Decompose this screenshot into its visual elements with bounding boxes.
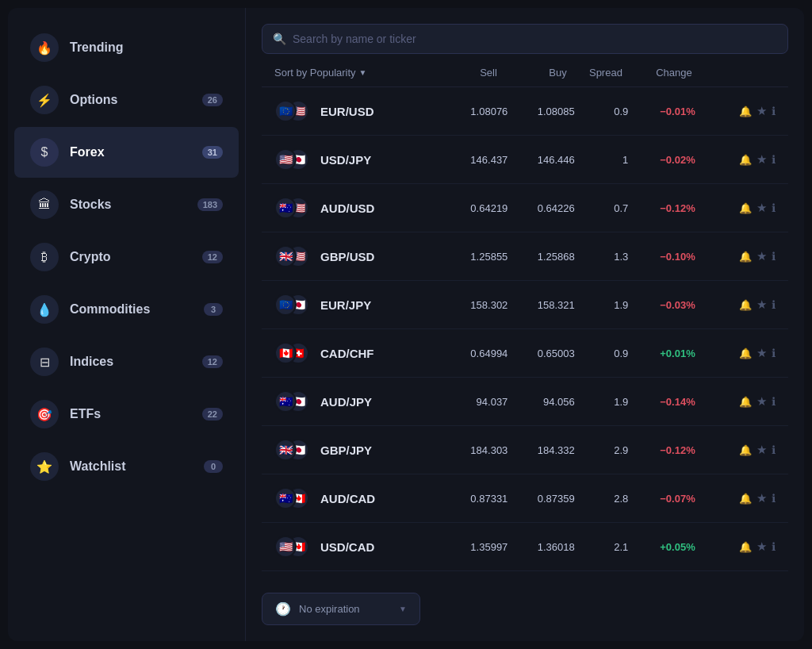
info-icon[interactable]: ℹ [772,202,776,214]
sidebar-item-stocks[interactable]: 🏛Stocks183 [14,179,239,230]
instrument-name: GBP/JPY [320,444,441,457]
sell-value: 146.437 [441,154,508,166]
sell-value: 0.64994 [441,348,508,359]
info-icon[interactable]: ℹ [772,250,776,263]
sidebar-item-forex[interactable]: $Forex31 [14,127,239,178]
alert-bell-icon[interactable]: 🔔 [739,493,752,505]
sidebar-item-watchlist[interactable]: ⭐Watchlist0 [14,441,239,492]
table-row[interactable]: 🇪🇺🇺🇸EUR/USD1.080761.080850.9−0.01%🔔★ℹ [262,87,788,136]
info-icon[interactable]: ℹ [772,298,776,311]
favorite-star-icon[interactable]: ★ [756,443,767,457]
spread-value: 1.3 [575,251,629,263]
favorite-star-icon[interactable]: ★ [756,152,767,167]
instrument-name: EUR/USD [320,105,441,118]
table-row[interactable]: 🇦🇺🇺🇸AUD/USD0.642190.642260.7−0.12%🔔★ℹ [262,184,788,232]
sidebar-item-etfs[interactable]: 🎯ETFs22 [14,389,239,440]
buy-value: 1.36018 [508,541,574,553]
alert-bell-icon[interactable]: 🔔 [739,106,752,117]
table-row[interactable]: 🇺🇸🇨🇦USD/CAD1.359971.360182.1+0.05%🔔★ℹ [262,523,788,571]
flag-left-icon: 🇪🇺 [274,100,297,122]
spread-value: 0.9 [575,348,629,359]
row-actions: 🔔★ℹ [695,152,776,167]
favorite-star-icon[interactable]: ★ [756,201,767,215]
sidebar-item-options[interactable]: ⚡Options26 [14,75,239,125]
favorite-star-icon[interactable]: ★ [756,394,767,409]
table-row[interactable]: 🇦🇺🇨🇦AUD/CAD0.873310.873592.8−0.07%🔔★ℹ [262,474,788,523]
info-icon[interactable]: ℹ [772,105,776,117]
buy-value: 146.446 [508,154,574,166]
sidebar-label-crypto: Crypto [70,250,202,264]
flags-AUD/CAD: 🇦🇺🇨🇦 [274,484,309,513]
table-row[interactable]: 🇬🇧🇯🇵GBP/JPY184.303184.3322.9−0.12%🔔★ℹ [262,426,788,474]
sidebar-item-trending[interactable]: 🔥Trending [14,22,239,73]
sell-value: 184.303 [441,444,508,456]
favorite-star-icon[interactable]: ★ [756,104,767,118]
sidebar-icon-etfs: 🎯 [30,400,59,428]
spread-value: 2.1 [575,541,629,553]
sidebar: 🔥Trending⚡Options26$Forex31🏛Stocks183₿Cr… [8,8,246,641]
alert-bell-icon[interactable]: 🔔 [739,348,752,359]
favorite-star-icon[interactable]: ★ [756,346,767,360]
sidebar-label-etfs: ETFs [70,407,202,421]
alert-bell-icon[interactable]: 🔔 [739,154,752,166]
sidebar-item-indices[interactable]: ⊟Indices12 [14,336,239,387]
flag-left-icon: 🇨🇦 [274,342,297,364]
favorite-star-icon[interactable]: ★ [756,249,767,263]
row-actions: 🔔★ℹ [695,346,776,360]
sell-value: 1.25855 [441,251,508,263]
alert-bell-icon[interactable]: 🔔 [739,251,752,263]
sidebar-label-indices: Indices [70,355,202,369]
table-row[interactable]: 🇪🇺🇯🇵EUR/JPY158.302158.3211.9−0.03%🔔★ℹ [262,281,788,329]
change-value: −0.12% [628,202,695,214]
buy-value: 0.87359 [508,493,574,505]
alert-bell-icon[interactable]: 🔔 [739,444,752,456]
info-icon[interactable]: ℹ [772,347,776,359]
flag-left-icon: 🇦🇺 [274,197,297,219]
favorite-star-icon[interactable]: ★ [756,540,767,554]
alert-bell-icon[interactable]: 🔔 [739,202,752,214]
search-input[interactable] [262,24,788,54]
favorite-star-icon[interactable]: ★ [756,491,767,505]
alert-bell-icon[interactable]: 🔔 [739,541,752,553]
info-icon[interactable]: ℹ [772,395,776,408]
flag-left-icon: 🇦🇺 [274,487,297,509]
info-icon[interactable]: ℹ [772,540,776,553]
buy-value: 1.08085 [508,106,574,117]
row-actions: 🔔★ℹ [695,491,776,505]
flag-left-icon: 🇦🇺 [274,390,297,413]
spread-value: 1.9 [575,396,629,408]
expiry-select[interactable]: 🕐 No expiration ▼ [262,593,420,625]
sidebar-item-crypto[interactable]: ₿Crypto12 [14,232,239,282]
row-actions: 🔔★ℹ [695,394,776,409]
row-actions: 🔔★ℹ [695,249,776,263]
alert-bell-icon[interactable]: 🔔 [739,396,752,408]
sort-button[interactable]: Sort by Popularity ▼ [274,67,427,79]
info-icon[interactable]: ℹ [772,444,776,456]
row-actions: 🔔★ℹ [695,201,776,215]
table-row[interactable]: 🇬🇧🇺🇸GBP/USD1.258551.258681.3−0.10%🔔★ℹ [262,232,788,281]
info-icon[interactable]: ℹ [772,492,776,505]
sidebar-icon-options: ⚡ [30,86,59,114]
spread-value: 0.9 [575,106,629,117]
sell-value: 0.87331 [441,493,508,505]
sidebar-icon-forex: $ [30,138,59,167]
alert-bell-icon[interactable]: 🔔 [739,299,752,311]
sidebar-icon-commodities: 💧 [30,295,59,324]
search-icon: 🔍 [273,33,286,45]
buy-value: 158.321 [508,299,574,311]
spread-value: 0.7 [575,202,629,214]
change-value: −0.10% [628,251,695,263]
flags-CAD/CHF: 🇨🇦🇨🇭 [274,339,309,367]
favorite-star-icon[interactable]: ★ [756,298,767,312]
table-row[interactable]: 🇺🇸🇯🇵USD/JPY146.437146.4461−0.02%🔔★ℹ [262,136,788,184]
flag-left-icon: 🇺🇸 [274,148,297,171]
row-actions: 🔔★ℹ [695,540,776,554]
flags-GBP/JPY: 🇬🇧🇯🇵 [274,436,309,464]
flag-left-icon: 🇬🇧 [274,245,297,267]
sidebar-item-commodities[interactable]: 💧Commodities3 [14,284,239,335]
table-row[interactable]: 🇦🇺🇯🇵AUD/JPY94.03794.0561.9−0.14%🔔★ℹ [262,378,788,426]
table-row[interactable]: 🇨🇦🇨🇭CAD/CHF0.649940.650030.9+0.01%🔔★ℹ [262,329,788,378]
col-buy-header: Buy [497,67,567,79]
sidebar-label-trending: Trending [70,40,223,55]
info-icon[interactable]: ℹ [772,153,776,166]
